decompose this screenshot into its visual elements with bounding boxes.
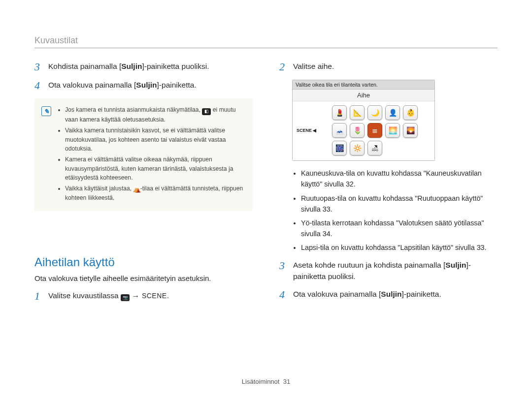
step-number: 4 <box>279 289 288 301</box>
scene-mode-icon[interactable]: 🎆 <box>332 141 347 155</box>
scene-mode-icon[interactable]: 🌙 <box>367 105 382 120</box>
step-number: 3 <box>34 61 43 73</box>
text: ]-painiketta. <box>402 290 441 298</box>
step-text: Kohdista painamalla [Suljin]-painiketta … <box>48 61 253 73</box>
scene-mode-icon[interactable]: 👶 <box>403 105 418 120</box>
step-number: 4 <box>34 80 43 92</box>
step-3-right: 3 Aseta kohde ruutuun ja kohdista painam… <box>279 260 498 282</box>
bold: Suljin <box>136 81 157 89</box>
bold: Suljin <box>121 62 142 70</box>
tripod-icon: ⛺ <box>133 186 140 193</box>
step-text: Ota valokuva painamalla [Suljin]-painike… <box>293 289 498 301</box>
step-text: Valitse kuvaustilassa 📷 → SCENE. <box>48 290 253 302</box>
step-text: Valitse aihe. <box>293 61 498 73</box>
bullet-item: Lapsi-tila on kuvattu kohdassa "Lapsitil… <box>301 242 498 253</box>
scene-mode-icon[interactable]: 🌷 <box>350 123 365 138</box>
note-icon: ✎ <box>41 106 51 116</box>
text: Aseta kohde ruutuun ja kohdista painamal… <box>293 261 445 269</box>
two-column-layout: 3 Kohdista painamalla [Suljin]-painikett… <box>34 61 498 309</box>
note-item: Vaikka käyttäisit jalustaa, ⛺-tilaa ei v… <box>65 184 244 202</box>
camera-ui-title: Aihe <box>293 90 434 101</box>
scene-mode-icon[interactable]: 🔆 <box>350 141 365 155</box>
bullet-item: Ruutuopas-tila on kuvattu kohdassa "Ruut… <box>301 193 498 215</box>
camera-smart-icon: ◧ <box>202 108 211 115</box>
text: Vaikka käyttäisit jalustaa, <box>65 185 133 192</box>
scene-label-text: SCENE <box>297 128 312 133</box>
scene-mode-icon[interactable]: ≣ <box>367 123 382 138</box>
note-item: Vaikka kamera tunnistaisikin kasvot, se … <box>65 126 244 153</box>
arrow-right-icon: → <box>130 292 142 300</box>
step-3-left: 3 Kohdista painamalla [Suljin]-painikett… <box>34 61 253 73</box>
text: . <box>167 291 169 300</box>
camera-icon: 📷 <box>121 294 130 301</box>
chevron-left-icon: ◀ <box>313 128 316 133</box>
text: Ota valokuva painamalla [ <box>48 81 136 89</box>
note-item: Jos kamera ei tunnista asianmukaista näk… <box>65 105 244 124</box>
footer-section: Lisätoiminnot <box>242 378 280 385</box>
bold: Suljin <box>445 261 466 269</box>
step-number: 2 <box>279 61 288 73</box>
text: Jos kamera ei tunnista asianmukaista näk… <box>65 106 202 113</box>
scene-label: SCENE◀ <box>297 128 316 133</box>
scene-mode-icon[interactable]: 💄 <box>332 105 347 120</box>
page-footer: Lisätoiminnot 31 <box>0 378 532 385</box>
notes-bullet-list: Kauneuskuva-tila on kuvattu kohdassa "Ka… <box>292 168 498 253</box>
step-text: Ota valokuva painamalla [Suljin]-painike… <box>48 80 253 92</box>
text: ]-painiketta. <box>157 81 197 89</box>
note-box: ✎ Jos kamera ei tunnista asianmukaista n… <box>34 98 253 211</box>
scene-mode-icon[interactable]: 🏖 <box>367 141 382 155</box>
step-2-right: 2 Valitse aihe. <box>279 61 498 73</box>
text: Valitse kuvaustilassa <box>48 291 121 300</box>
bold: Suljin <box>381 290 401 298</box>
step-1-left: 1 Valitse kuvaustilassa 📷 → SCENE. <box>34 290 253 302</box>
scene-mode-icon[interactable]: 🗻 <box>332 123 347 138</box>
scene-mode-icon[interactable]: 📐 <box>350 105 365 120</box>
scene-grid: 💄📐🌙👤👶🗻🌷≣🌅🌄🎆🔆🏖 <box>319 105 431 155</box>
scene-mode-icon[interactable]: 👤 <box>385 105 400 120</box>
footer-page-number: 31 <box>283 378 290 385</box>
note-list: Jos kamera ei tunnista asianmukaista näk… <box>58 105 244 204</box>
step-text: Aseta kohde ruutuun ja kohdista painamal… <box>293 260 498 282</box>
description-text: Ota valokuva tietylle aiheelle esimäärit… <box>34 274 253 282</box>
text: ]-painiketta puoliksi. <box>142 62 209 70</box>
scene-mode-icon[interactable]: 🌄 <box>403 123 418 138</box>
note-item: Kamera ei välttämättä valitse oikeaa näk… <box>65 155 244 182</box>
step-number: 3 <box>279 260 288 282</box>
camera-ui-figure: Valitse oikea tila eri tilanteita varten… <box>292 80 435 161</box>
text: Kohdista painamalla [ <box>48 62 121 70</box>
scene-mode-icon[interactable]: 🌅 <box>385 123 400 138</box>
bullet-item: Kauneuskuva-tila on kuvattu kohdassa "Ka… <box>301 168 498 189</box>
step-4-left: 4 Ota valokuva painamalla [Suljin]-paini… <box>34 80 253 92</box>
bullet-item: Yö-tilasta kerrotaan kohdassa "Valotukse… <box>301 217 498 239</box>
text: Ota valokuva painamalla [ <box>293 290 381 298</box>
section-header: Kuvaustilat <box>34 35 498 48</box>
scene-mode-label: SCENE <box>142 292 167 300</box>
camera-ui-body: SCENE◀ 💄📐🌙👤👶🗻🌷≣🌅🌄🎆🔆🏖 <box>293 101 434 160</box>
subheading-aihetilan: Aihetilan käyttö <box>34 255 253 269</box>
step-number: 1 <box>34 290 43 302</box>
camera-ui-hint: Valitse oikea tila eri tilanteita varten… <box>293 80 434 90</box>
left-column: 3 Kohdista painamalla [Suljin]-painikett… <box>34 61 253 309</box>
step-4-right: 4 Ota valokuva painamalla [Suljin]-paini… <box>279 289 498 301</box>
right-column: 2 Valitse aihe. Valitse oikea tila eri t… <box>279 61 498 309</box>
